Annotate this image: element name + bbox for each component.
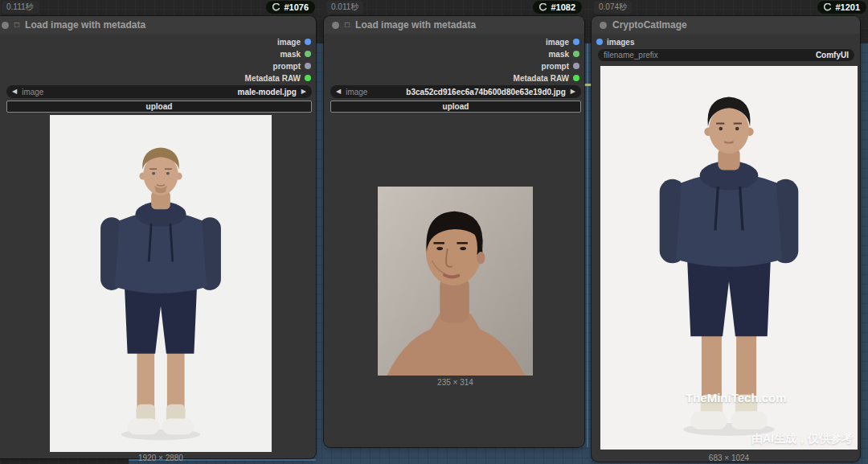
output-prompt[interactable]: prompt [273, 60, 311, 72]
output-socket-image-icon[interactable] [573, 39, 579, 45]
execution-time-badge: 0.111秒 [2, 1, 39, 14]
output-socket-mask-icon[interactable] [305, 51, 311, 57]
combo-next-icon[interactable]: ▶ [571, 88, 575, 95]
output-label: Metadata RAW [514, 74, 569, 83]
combo-next-icon[interactable]: ▶ [301, 88, 306, 95]
node-title: CryptoCatImage [612, 19, 687, 31]
node-id-badge-icon [824, 3, 832, 11]
output-socket-prompt-icon[interactable] [573, 63, 579, 69]
widget-label: filename_prefix [604, 51, 658, 60]
input-socket-images-icon[interactable] [596, 39, 603, 45]
collapse-dot-icon[interactable] [332, 22, 339, 29]
node-title: Load image with metadata [25, 19, 145, 31]
image-combo-widget[interactable]: ◀ image male-model.jpg ▶ [6, 85, 312, 98]
execution-time-badge: 0.074秒 [594, 1, 632, 14]
headshot-illustration [378, 187, 533, 376]
combo-prev-icon[interactable]: ◀ [12, 88, 17, 95]
node-id-badge: #1082 [533, 1, 582, 14]
output-metadata-raw[interactable]: Metadata RAW [514, 72, 579, 84]
node-title-bar[interactable]: CryptoCatImage [592, 16, 860, 34]
output-metadata-raw[interactable]: Metadata RAW [245, 72, 311, 84]
node-id-text: #1082 [551, 2, 575, 12]
widget-value: ComfyUI [816, 51, 849, 60]
link-wire-vertical [587, 43, 588, 447]
output-image[interactable]: image [546, 36, 579, 47]
input-label: images [607, 38, 634, 47]
collapse-dot-icon[interactable] [2, 22, 9, 29]
upload-button[interactable]: upload [6, 101, 312, 113]
image-dimensions-caption: 235 × 314 [378, 378, 533, 387]
node-id-badge: #1076 [266, 1, 315, 14]
preview-image-headshot [378, 187, 533, 376]
output-label: Metadata RAW [245, 74, 301, 83]
output-socket-prompt-icon[interactable] [305, 63, 311, 69]
execution-time-text: 0.074秒 [599, 2, 627, 13]
output-label: mask [548, 50, 569, 59]
node-id-badge-icon [539, 3, 547, 11]
output-label: image [546, 38, 569, 47]
model-photo-illustration [50, 115, 272, 452]
node-load-image-1[interactable]: 0.111秒 #1076 □ Load image with metadata … [0, 16, 316, 458]
image-dimensions-caption: 683 × 1024 [600, 454, 858, 462]
output-socket-metadata-icon[interactable] [305, 75, 311, 81]
node-id-badge-icon [272, 3, 280, 11]
execution-time-text: 0.111秒 [6, 2, 34, 13]
output-label: mask [280, 50, 301, 59]
output-image[interactable]: image [277, 36, 311, 47]
combo-value: b3ca52cd916ec6a74b600d80e63e19d0.jpg [406, 88, 565, 96]
image-dimensions-caption: 1920 × 2880 [50, 454, 272, 462]
output-socket-image-icon[interactable] [305, 39, 311, 45]
output-mask[interactable]: mask [280, 48, 311, 60]
execution-time-badge: 0.011秒 [326, 1, 363, 14]
site-watermark: TheMiniTech.com [686, 391, 787, 404]
output-prompt[interactable]: prompt [542, 60, 579, 72]
combo-value: male-model.jpg [237, 88, 296, 96]
node-cryptocatimage[interactable]: 0.074秒 #1201 CryptoCatImage images filen… [592, 16, 860, 462]
combo-label: image [22, 88, 43, 96]
output-socket-metadata-icon[interactable] [573, 75, 579, 81]
node-id-text: #1201 [835, 2, 860, 12]
execution-time-text: 0.011秒 [331, 2, 358, 13]
title-box-icon: □ [14, 21, 19, 29]
upload-button-label: upload [146, 102, 173, 111]
node-id-text: #1076 [284, 2, 309, 12]
output-label: prompt [273, 62, 301, 71]
node-title-bar[interactable]: □ Load image with metadata [324, 16, 584, 34]
upload-button[interactable]: upload [330, 101, 581, 113]
image-combo-widget[interactable]: ◀ image b3ca52cd916ec6a74b600d80e63e19d0… [330, 85, 581, 98]
node-load-image-2[interactable]: 0.011秒 #1082 □ Load image with metadata … [324, 16, 584, 447]
node-id-badge: #1201 [817, 1, 866, 14]
title-box-icon: □ [345, 21, 350, 29]
preview-image-generated-model: TheMiniTech.com 由AI生成，仅供参考 [600, 66, 858, 450]
input-images[interactable]: images [596, 36, 634, 47]
output-socket-mask-icon[interactable] [573, 51, 579, 57]
filename-prefix-widget[interactable]: filename_prefix ComfyUI [598, 49, 854, 61]
output-label: image [277, 38, 301, 47]
combo-label: image [346, 88, 367, 96]
ai-generated-disclaimer: 由AI生成，仅供参考 [751, 432, 853, 446]
preview-image-male-model [50, 115, 272, 452]
output-label: prompt [542, 62, 569, 71]
collapse-dot-icon[interactable] [600, 22, 607, 29]
node-title-bar[interactable]: □ Load image with metadata [0, 16, 316, 34]
node-title: Load image with metadata [355, 19, 476, 31]
upload-button-label: upload [443, 102, 469, 111]
output-mask[interactable]: mask [548, 48, 579, 60]
combo-prev-icon[interactable]: ◀ [336, 88, 341, 95]
